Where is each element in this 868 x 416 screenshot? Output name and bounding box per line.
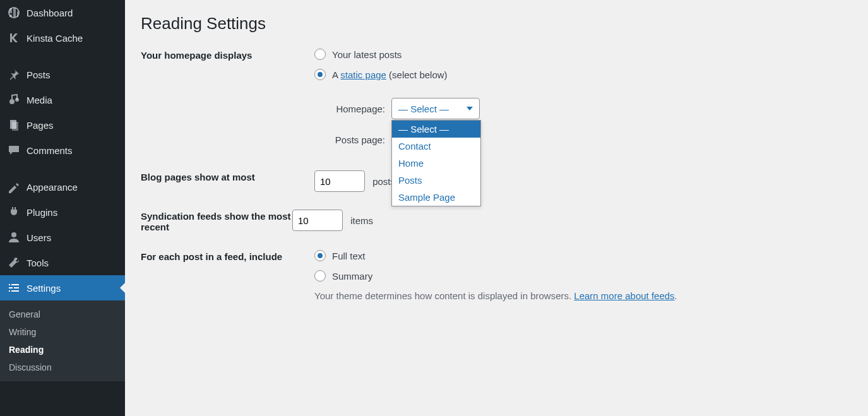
submenu-item-reading[interactable]: Reading bbox=[0, 341, 125, 359]
radio-label: A static page (select below) bbox=[332, 69, 448, 80]
admin-sidebar: Dashboard Kinsta Cache Posts Media Pages… bbox=[0, 0, 125, 416]
blog-pages-input[interactable] bbox=[314, 170, 365, 192]
sidebar-item-label: Users bbox=[27, 232, 51, 243]
main-content: Reading Settings Your homepage displays … bbox=[125, 0, 868, 416]
svg-point-1 bbox=[9, 99, 15, 104]
dropdown-option[interactable]: Sample Page bbox=[392, 189, 480, 206]
label-syndication: Syndication feeds show the most recent bbox=[141, 210, 292, 232]
row-homepage-displays: Your homepage displays Your latest posts… bbox=[141, 49, 852, 145]
dropdown-option[interactable]: — Select — bbox=[392, 121, 480, 138]
sidebar-item-posts[interactable]: Posts bbox=[0, 62, 125, 87]
svg-rect-4 bbox=[12, 122, 18, 131]
submenu-item-discussion[interactable]: Discussion bbox=[0, 359, 125, 376]
sidebar-item-comments[interactable]: Comments bbox=[0, 138, 125, 163]
sidebar-item-pages[interactable]: Pages bbox=[0, 112, 125, 138]
radio-icon bbox=[314, 270, 326, 282]
radio-icon bbox=[314, 250, 326, 261]
radio-label: Summary bbox=[332, 271, 372, 282]
pages-icon bbox=[8, 119, 20, 131]
kinsta-icon bbox=[8, 32, 20, 44]
sidebar-item-label: Comments bbox=[27, 145, 73, 156]
radio-icon bbox=[314, 49, 326, 60]
syndication-input[interactable] bbox=[292, 210, 343, 231]
sidebar-item-appearance[interactable]: Appearance bbox=[0, 174, 125, 199]
postspage-select-label: Posts page: bbox=[328, 134, 385, 145]
static-page-link[interactable]: static page bbox=[340, 69, 386, 80]
sidebar-item-label: Kinsta Cache bbox=[27, 33, 83, 44]
sidebar-item-settings[interactable]: Settings bbox=[0, 275, 125, 300]
feed-helper: Your theme determines how content is dis… bbox=[314, 290, 852, 301]
sidebar-item-media[interactable]: Media bbox=[0, 87, 125, 112]
radio-icon bbox=[314, 69, 326, 80]
row-blog-pages: Blog pages show at most posts bbox=[141, 170, 852, 192]
sidebar-item-label: Appearance bbox=[27, 182, 78, 193]
learn-more-feeds-link[interactable]: Learn more about feeds bbox=[574, 290, 674, 301]
page-title: Reading Settings bbox=[141, 14, 852, 33]
submenu-item-general[interactable]: General bbox=[0, 306, 125, 323]
homepage-select[interactable]: — Select — — Select — Contact Home Posts… bbox=[391, 98, 480, 119]
row-syndication: Syndication feeds show the most recent i… bbox=[141, 210, 852, 232]
settings-submenu: General Writing Reading Discussion bbox=[0, 300, 125, 381]
radio-label: Full text bbox=[332, 251, 366, 261]
pin-icon bbox=[8, 68, 20, 81]
label-blog-pages: Blog pages show at most bbox=[141, 170, 314, 182]
select-value: — Select — bbox=[398, 104, 449, 114]
radio-latest-posts[interactable]: Your latest posts bbox=[314, 49, 852, 60]
tools-icon bbox=[8, 256, 20, 269]
sidebar-item-label: Media bbox=[27, 95, 52, 105]
sidebar-item-tools[interactable]: Tools bbox=[0, 250, 125, 275]
sidebar-item-users[interactable]: Users bbox=[0, 225, 125, 250]
syndication-unit: items bbox=[350, 215, 373, 226]
plugins-icon bbox=[8, 206, 20, 218]
dropdown-option[interactable]: Contact bbox=[392, 138, 480, 155]
sidebar-item-kinsta-cache[interactable]: Kinsta Cache bbox=[0, 25, 125, 51]
appearance-icon bbox=[8, 181, 20, 193]
sidebar-item-label: Settings bbox=[27, 283, 61, 294]
sidebar-item-label: Plugins bbox=[27, 207, 57, 218]
dropdown-option[interactable]: Posts bbox=[392, 172, 480, 189]
sidebar-item-label: Tools bbox=[27, 258, 49, 268]
users-icon bbox=[8, 231, 20, 244]
dropdown-option[interactable]: Home bbox=[392, 155, 480, 172]
chevron-down-icon bbox=[467, 107, 473, 110]
sidebar-item-label: Dashboard bbox=[27, 8, 73, 18]
svg-point-5 bbox=[11, 232, 16, 237]
sidebar-item-plugins[interactable]: Plugins bbox=[0, 199, 125, 225]
sidebar-item-label: Posts bbox=[27, 69, 51, 80]
svg-point-2 bbox=[15, 98, 19, 102]
radio-label: Your latest posts bbox=[332, 49, 401, 60]
homepage-select-label: Homepage: bbox=[328, 104, 385, 114]
row-feed-include: For each post in a feed, include Full te… bbox=[141, 250, 852, 301]
homepage-dropdown: — Select — Contact Home Posts Sample Pag… bbox=[391, 120, 481, 206]
media-icon bbox=[8, 93, 20, 106]
settings-icon bbox=[8, 282, 20, 294]
comments-icon bbox=[8, 144, 20, 157]
homepage-select-row: Homepage: — Select — — Select — Contact … bbox=[328, 98, 852, 119]
sidebar-item-label: Pages bbox=[27, 120, 54, 131]
submenu-item-writing[interactable]: Writing bbox=[0, 323, 125, 341]
radio-summary[interactable]: Summary bbox=[314, 270, 852, 282]
radio-full-text[interactable]: Full text bbox=[314, 250, 852, 261]
dashboard-icon bbox=[8, 6, 20, 19]
sidebar-item-dashboard[interactable]: Dashboard bbox=[0, 0, 125, 25]
label-homepage-displays: Your homepage displays bbox=[141, 49, 314, 61]
label-feed-include: For each post in a feed, include bbox=[141, 250, 314, 262]
radio-static-page[interactable]: A static page (select below) bbox=[314, 69, 852, 80]
